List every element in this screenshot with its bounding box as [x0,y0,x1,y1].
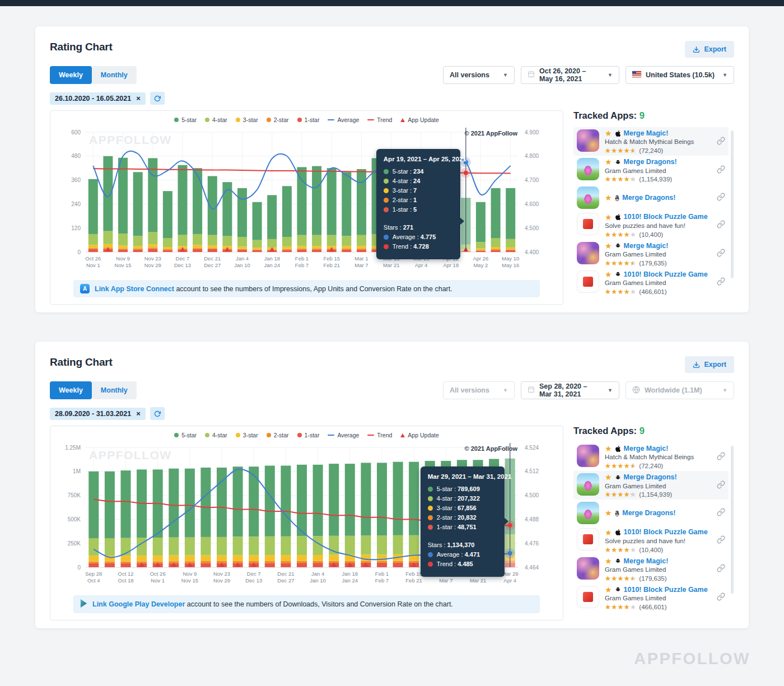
svg-text:1M: 1M [73,468,81,474]
legend-item-app-update[interactable]: App Update [400,432,438,438]
legend-item-1-star[interactable]: 1-star [297,116,320,123]
legend-item-3-star[interactable]: 3-star [236,116,258,123]
link-chain-icon [717,480,725,489]
link-button[interactable] [717,508,725,519]
favorite-star-icon[interactable]: ★ [605,529,612,536]
region-select[interactable]: Worldwide (1.1M) ▼ [626,381,734,399]
tab-monthly[interactable]: Monthly [92,381,137,399]
refresh-button[interactable] [150,92,165,105]
apple-icon [615,213,621,221]
favorite-star-icon[interactable]: ★ [605,270,612,278]
link-button[interactable] [717,193,725,203]
favorite-star-icon[interactable]: ★ [605,586,612,594]
export-button[interactable]: Export [685,41,734,58]
legend-item-4-star[interactable]: 4-star [205,432,227,438]
app-name-link[interactable]: 1010! Block Puzzle Game [624,528,708,536]
link-button[interactable] [717,480,725,491]
tracked-app-row[interactable]: ★Merge Dragons!Gram Games Limited★★★★★★★… [573,471,729,500]
tracked-app-row[interactable]: ★Merge Magic!Hatch & Match Mythical Bein… [573,127,729,156]
export-button[interactable]: Export [685,356,734,373]
link-account-link[interactable]: Link Google Play Developer [92,600,185,608]
app-name-link[interactable]: Merge Dragons! [624,473,677,481]
tracked-app-row[interactable]: ★Merge Magic!Hatch & Match Mythical Bein… [573,442,729,471]
link-account-link[interactable]: Link App Store Connect [95,285,174,293]
tracked-app-row[interactable]: ★1010! Block Puzzle GameSolve puzzles an… [573,526,729,554]
tracked-app-row[interactable]: ★aMerge Dragons! [573,500,729,526]
tab-monthly[interactable]: Monthly [92,66,137,84]
favorite-star-icon[interactable]: ★ [605,194,612,202]
region-select[interactable]: United States (10.5k) ▼ [626,66,734,84]
link-button[interactable] [717,277,725,288]
favorite-star-icon[interactable]: ★ [605,158,612,166]
legend-item-2-star[interactable]: 2-star [267,432,289,438]
date-range-select[interactable]: Sep 28, 2020 – Mar 31, 2021 ▼ [521,381,619,399]
favorite-star-icon[interactable]: ★ [605,509,612,517]
chevron-down-icon: ▼ [604,388,613,393]
filters: All versions ▼ Sep 28, 2020 – Mar 31, 20… [443,381,734,399]
tracked-app-row[interactable]: ★aMerge Dragons! [573,184,729,211]
legend-item-trend[interactable]: Trend [367,432,392,438]
legend-item-5-star[interactable]: 5-star [174,116,197,123]
legend-item-average[interactable]: Average [328,116,359,123]
tracked-app-row[interactable]: ★1010! Block Puzzle GameGram Games Limit… [573,584,729,610]
app-name-link[interactable]: 1010! Block Puzzle Game [624,270,708,278]
favorite-star-icon[interactable]: ★ [605,557,612,565]
svg-text:Apr 4: Apr 4 [503,577,516,584]
app-name-link[interactable]: Merge Dragons! [622,509,675,517]
link-button[interactable] [717,452,725,463]
content-row: 5-star4-star3-star2-star1-starAverageTre… [50,426,734,620]
legend-item-app-update[interactable]: App Update [400,116,438,123]
app-name-link[interactable]: Merge Dragons! [624,158,677,166]
svg-text:Oct 26: Oct 26 [85,255,101,262]
favorite-star-icon[interactable]: ★ [605,242,612,250]
link-button[interactable] [717,535,725,546]
favorite-star-icon[interactable]: ★ [605,129,612,137]
svg-text:Nov 29: Nov 29 [213,577,230,584]
favorite-star-icon[interactable]: ★ [605,473,612,481]
date-range-select[interactable]: Oct 26, 2020 – May 16, 2021 ▼ [521,66,619,84]
legend-item-1-star[interactable]: 1-star [297,432,320,438]
legend-item-5-star[interactable]: 5-star [174,432,197,438]
scrollbar[interactable] [731,446,734,594]
versions-select[interactable]: All versions ▼ [443,66,515,84]
app-name-link[interactable]: 1010! Block Puzzle Game [624,586,708,594]
link-button[interactable] [717,220,725,231]
tracked-app-row[interactable]: ★1010! Block Puzzle GameSolve puzzles an… [573,211,729,239]
app-name-link[interactable]: 1010! Block Puzzle Game [624,213,708,221]
app-name-link[interactable]: Merge Magic! [624,445,669,452]
app-name-link[interactable]: Merge Magic! [624,242,669,250]
svg-text:750K: 750K [68,492,81,498]
link-button[interactable] [717,165,725,176]
legend-item-4-star[interactable]: 4-star [205,116,227,123]
tab-weekly[interactable]: Weekly [50,66,92,84]
clear-date-icon[interactable]: × [136,410,141,417]
scrollbar[interactable] [731,130,734,278]
app-name-link[interactable]: Merge Magic! [624,129,669,137]
tracked-app-row[interactable]: ★Merge Magic!Gram Games Limited★★★★★★★★★… [573,555,729,584]
link-button[interactable] [717,564,725,575]
tracked-app-row[interactable]: ★Merge Magic!Gram Games Limited★★★★★★★★★… [573,240,729,268]
link-button[interactable] [717,137,725,147]
svg-text:Feb 7: Feb 7 [295,262,309,268]
app-subtitle: Hatch & Match Mythical Beings [605,454,694,461]
app-name-link[interactable]: Merge Magic! [624,557,669,565]
versions-select[interactable]: All versions ▼ [443,381,515,399]
legend-item-trend[interactable]: Trend [367,116,392,123]
legend-item-average[interactable]: Average [328,432,359,438]
tab-weekly[interactable]: Weekly [50,381,92,399]
app-name-link[interactable]: Merge Dragons! [622,194,675,202]
app-icon-ten10 [577,213,599,235]
favorite-star-icon[interactable]: ★ [605,213,612,221]
svg-text:Mar 7: Mar 7 [439,577,452,584]
clear-date-icon[interactable]: × [136,95,141,102]
svg-text:Oct 12: Oct 12 [118,571,134,577]
favorite-star-icon[interactable]: ★ [605,445,612,452]
tracked-app-row[interactable]: ★Merge Dragons!Gram Games Limited★★★★★★★… [573,156,729,184]
legend-item-3-star[interactable]: 3-star [236,432,258,438]
legend-item-2-star[interactable]: 2-star [267,116,289,123]
refresh-button[interactable] [150,407,165,420]
link-button[interactable] [717,592,725,603]
rating-chart[interactable]: 60048036024012004.9004.8004.7004.6004.50… [60,124,553,274]
tracked-app-row[interactable]: ★1010! Block Puzzle GameGram Games Limit… [573,268,729,295]
link-button[interactable] [717,249,725,259]
